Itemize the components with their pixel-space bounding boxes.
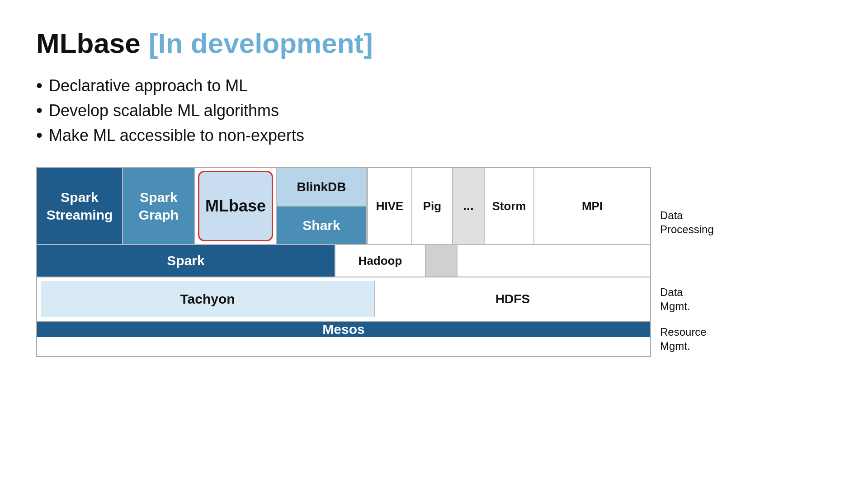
hive-cell: HIVE	[367, 168, 412, 244]
bullet-3: Make ML accessible to non-experts	[36, 125, 832, 145]
hadoop-cell: Hadoop	[335, 245, 426, 277]
blinkdb-shark-column: BlinkDB Shark	[277, 168, 367, 244]
gray-divider	[426, 245, 458, 277]
title-blue: [In development]	[149, 27, 373, 59]
mesos-box: Mesos	[36, 321, 651, 357]
blinkdb-cell: BlinkDB	[277, 168, 366, 206]
data-mgmt-label: DataMgmt.	[651, 277, 690, 322]
data-processing-label: DataProcessing	[651, 167, 714, 277]
pig-cell: Pig	[412, 168, 453, 244]
spark-hadoop-row: Spark Hadoop	[37, 245, 650, 277]
components-row: Spark Streaming Spark Graph MLbase Blink…	[37, 168, 650, 245]
page-title-section: MLbase [In development] Declarative appr…	[36, 27, 832, 145]
mlbase-cell: MLbase	[198, 171, 273, 241]
tachyon-box: Tachyon HDFS	[36, 277, 651, 322]
top-box: Spark Streaming Spark Graph MLbase Blink…	[36, 167, 651, 277]
spark-graph-cell: Spark Graph	[123, 168, 195, 244]
hdfs-cell: HDFS	[375, 277, 650, 321]
data-mgmt-section: Tachyon HDFS DataMgmt.	[36, 277, 832, 322]
data-processing-section: Spark Streaming Spark Graph MLbase Blink…	[36, 167, 832, 277]
resource-mgmt-label: ResourceMgmt.	[651, 321, 707, 357]
shark-cell: Shark	[277, 206, 366, 244]
dots-cell: ...	[453, 168, 485, 244]
architecture-diagram: Spark Streaming Spark Graph MLbase Blink…	[36, 167, 832, 357]
spark-cell: Spark	[37, 245, 335, 277]
spark-streaming-cell: Spark Streaming	[37, 168, 123, 244]
bullet-2: Develop scalable ML algorithms	[36, 100, 832, 121]
resource-mgmt-section: Mesos ResourceMgmt.	[36, 321, 832, 357]
mpi-cell: MPI	[534, 168, 650, 244]
mlbase-wrapper: MLbase	[195, 168, 277, 244]
bullet-list: Declarative approach to ML Develop scala…	[36, 75, 832, 145]
mesos-cell: Mesos	[37, 322, 650, 337]
tachyon-cell: Tachyon	[41, 281, 375, 317]
bullet-1: Declarative approach to ML	[36, 75, 832, 96]
storm-cell: Storm	[485, 168, 534, 244]
empty-storm-mpi	[458, 245, 650, 277]
title-black: MLbase	[36, 27, 141, 59]
